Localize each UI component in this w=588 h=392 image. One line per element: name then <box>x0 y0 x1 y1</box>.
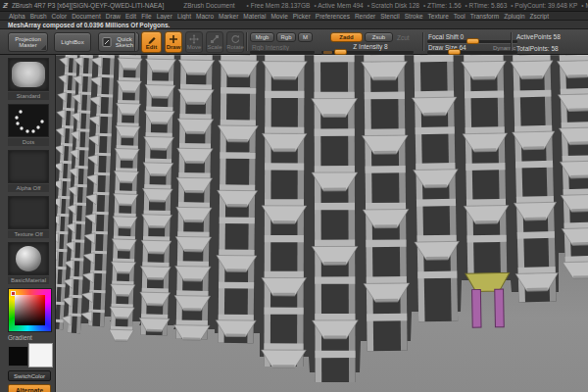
title-stat: Active Mem 494 <box>314 2 363 9</box>
menu-document[interactable]: Document <box>72 13 101 20</box>
sketch-page-icon <box>102 36 112 48</box>
lightbox-button[interactable]: LightBox <box>54 32 91 52</box>
zsub-button[interactable]: Zsub <box>365 32 393 42</box>
dynamic-toggle[interactable]: Dynamic <box>493 45 515 51</box>
menu-texture[interactable]: Texture <box>428 13 449 20</box>
quick-sketch-label: Quick Sketch <box>114 36 135 49</box>
menu-transform[interactable]: Transform <box>470 13 499 20</box>
title-stat: Scratch Disk 128 <box>368 2 419 9</box>
rgb-label: Rgb <box>280 34 291 41</box>
menu-macro[interactable]: Macro <box>196 13 214 20</box>
menu-preferences[interactable]: Preferences <box>316 13 350 20</box>
menu-edit[interactable]: Edit <box>125 13 136 20</box>
draw-size-slider[interactable] <box>427 51 517 54</box>
zadd-button[interactable]: Zadd <box>330 32 363 42</box>
toolbar-separator <box>422 32 423 51</box>
menu-bar: AlphaBrushColorDocumentDrawEditFileLayer… <box>0 12 588 21</box>
menu-draw[interactable]: Draw <box>106 13 121 20</box>
menu-zplugin[interactable]: Zplugin <box>504 13 524 20</box>
secondary-color-swatch[interactable] <box>28 343 53 368</box>
menu-light[interactable]: Light <box>177 13 191 20</box>
mrgb-label: Mrgb <box>256 34 270 41</box>
current-brush-thumbnail[interactable] <box>8 58 49 91</box>
menu-movie[interactable]: Movie <box>270 13 287 20</box>
alternate-button[interactable]: Alternate <box>8 384 51 392</box>
main-color-swatch[interactable] <box>8 346 28 367</box>
z-intensity-slider[interactable] <box>321 51 414 54</box>
viewport-svg <box>56 55 588 392</box>
menu-zscript[interactable]: Zscript <box>530 13 550 20</box>
stroke-preview-icon <box>9 105 48 136</box>
color-picker-sv-square[interactable] <box>15 295 45 325</box>
lightbox-label: LightBox <box>61 39 83 46</box>
current-texture-thumbnail[interactable] <box>8 196 49 229</box>
quick-sketch-button[interactable]: Quick Sketch <box>98 32 139 52</box>
zbrush-window: Ƶ ZBrush 4R7 P3 [x64][SIGN-QEYF-QWED-LIT… <box>0 0 588 392</box>
rotate-label: Rotate <box>226 44 244 51</box>
stroke-name-label: Dots <box>8 138 49 146</box>
menu-picker[interactable]: Picker <box>293 13 311 20</box>
color-picker-cursor[interactable] <box>11 291 16 296</box>
color-swatches <box>8 342 53 368</box>
top-shelf: Projection Master LightBox Quick Sketch … <box>0 29 588 55</box>
title-stat: MeshCount: 2 <box>581 2 588 9</box>
gradient-label: Gradient <box>8 334 55 341</box>
toolbar-separator <box>511 32 512 51</box>
m-button[interactable]: M <box>298 32 313 42</box>
left-shelf: Standard Dots Alpha Off Texture Off Basi… <box>0 55 56 392</box>
move-label: Move <box>187 44 202 51</box>
zcut-button[interactable]: Zcut <box>397 34 410 41</box>
zsub-label: Zsub <box>372 34 385 41</box>
material-name-label: BasicMaterial <box>8 276 49 284</box>
focal-shift-slider-handle[interactable] <box>466 38 479 44</box>
switch-color-button[interactable]: SwitchColor <box>8 370 51 381</box>
material-sphere-icon <box>16 246 41 271</box>
menu-file[interactable]: File <box>141 13 151 20</box>
title-stat: PolyCount: 39.648 KP <box>511 2 577 9</box>
menu-brush[interactable]: Brush <box>30 13 47 20</box>
current-material-thumbnail[interactable] <box>8 242 49 275</box>
edit-button[interactable]: Edit <box>141 31 162 53</box>
toolbar-separator <box>246 32 247 51</box>
brush-name-label: Standard <box>8 92 49 100</box>
focal-shift-label: Focal Shift 0 <box>428 33 464 40</box>
toolbar-separator <box>134 32 135 51</box>
texture-name-label: Texture Off <box>8 230 49 238</box>
status-bar: MeshArray composed of 0.0396 Millions Of… <box>0 21 588 29</box>
draw-label: Draw <box>167 44 181 51</box>
document-canvas[interactable] <box>56 55 588 392</box>
rgb-button[interactable]: Rgb <box>276 32 296 42</box>
brush-preview-icon <box>12 62 45 87</box>
document-name: ZBrush Document <box>183 2 234 9</box>
color-picker[interactable] <box>8 288 52 332</box>
scale-label: Scale <box>207 44 221 51</box>
title-bar: Ƶ ZBrush 4R7 P3 [x64][SIGN-QEYF-QWED-LIT… <box>0 0 588 12</box>
title-stat: ZTime: 1.56 <box>423 2 462 9</box>
rotate-icon <box>230 34 240 44</box>
projection-master-button[interactable]: Projection Master <box>8 32 48 52</box>
menu-render[interactable]: Render <box>355 13 375 20</box>
menu-alpha[interactable]: Alpha <box>9 13 25 20</box>
menu-stencil[interactable]: Stencil <box>380 13 400 20</box>
current-stroke-thumbnail[interactable] <box>8 104 49 137</box>
current-alpha-thumbnail[interactable] <box>8 150 49 183</box>
menu-material[interactable]: Material <box>243 13 266 20</box>
menu-stroke[interactable]: Stroke <box>405 13 423 20</box>
rotate-button[interactable]: Rotate <box>226 31 244 53</box>
draw-cross-icon <box>169 34 178 44</box>
rgb-intensity-label: Rgb Intensity <box>252 44 289 51</box>
active-points-readout: ActivePoints 58 <box>516 33 561 40</box>
mrgb-button[interactable]: Mrgb <box>250 32 274 42</box>
menu-tool[interactable]: Tool <box>454 13 466 20</box>
edit-label: Edit <box>146 44 157 51</box>
zbrush-logo-icon: Ƶ <box>3 1 8 10</box>
draw-button[interactable]: Draw <box>165 31 182 53</box>
alpha-name-label: Alpha Off <box>8 184 49 192</box>
rgb-intensity-slider[interactable] <box>250 51 315 54</box>
scale-button[interactable]: Scale <box>206 31 223 53</box>
menu-layer[interactable]: Layer <box>157 13 172 20</box>
move-button[interactable]: Move <box>185 31 203 53</box>
menu-color[interactable]: Color <box>52 13 68 20</box>
title-stats: Free Mem 28.137GBActive Mem 494Scratch D… <box>247 2 588 9</box>
menu-marker[interactable]: Marker <box>219 13 238 20</box>
